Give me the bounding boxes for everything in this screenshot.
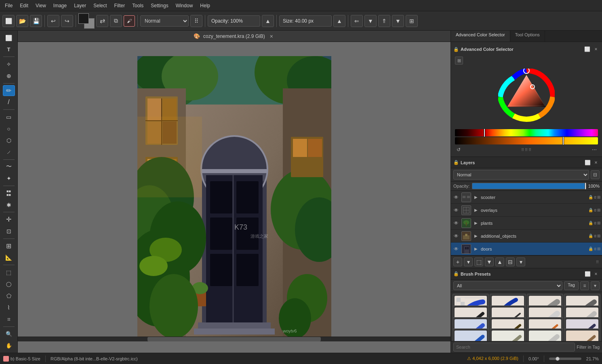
wrap-mode-button[interactable]: ⊞	[406, 15, 418, 27]
tool-pan[interactable]: ✋	[3, 340, 15, 351]
menu-tools[interactable]: Tools	[129, 2, 147, 9]
tab-close-button[interactable]: ×	[268, 33, 275, 40]
add-layer-button[interactable]: +	[453, 257, 462, 266]
color-more-button[interactable]: ⋯	[591, 146, 598, 153]
layer-item-scooter[interactable]: 👁 ▶ scooter 🔒 α ⊞	[451, 191, 602, 204]
layer-visibility-additional[interactable]: 👁	[453, 232, 460, 240]
horizontal-scrollbar[interactable]	[18, 337, 450, 341]
tool-dynamic-brush[interactable]: ✦	[3, 173, 15, 184]
brush-maximize-button[interactable]: ⬜	[584, 270, 591, 278]
layer-lock-icon-2[interactable]: 🔒	[588, 208, 593, 212]
mirror-v-arrow[interactable]: ▼	[392, 15, 404, 27]
layer-expand-doors[interactable]: ▶	[473, 246, 479, 252]
foreground-color-swatch[interactable]	[78, 13, 89, 24]
layer-lock-icon-3[interactable]: 🔒	[588, 221, 593, 225]
brush-search-input[interactable]	[453, 343, 575, 351]
menu-view[interactable]: View	[32, 2, 49, 9]
layers-maximize-button[interactable]: ⬜	[584, 159, 591, 166]
layer-item-additional-objects[interactable]: 👁 ▶ additional_objects 🔒 α ⊞	[451, 230, 602, 243]
menu-image[interactable]: Image	[50, 2, 70, 9]
brush-item-16[interactable]	[564, 328, 600, 341]
open-doc-button[interactable]: 📂	[16, 15, 28, 27]
mirror-v-button[interactable]: ⇑	[378, 15, 390, 27]
color-panel-maximize[interactable]: ⬜	[583, 46, 591, 53]
layer-alpha-icon-5[interactable]: α	[594, 247, 596, 251]
layer-settings-button[interactable]: ⊟	[506, 257, 515, 266]
brush-more-button[interactable]: ▾	[591, 281, 600, 290]
tool-ellipse[interactable]: ○	[3, 123, 15, 134]
layer-item-doors[interactable]: 👁 ▶ doors 🔒 α ⊞	[451, 243, 602, 255]
brush-list-view-button[interactable]: ≡	[580, 281, 589, 290]
canvas-image[interactable]: K73 游戏之家 woytv6	[137, 56, 331, 339]
tool-text[interactable]: T	[3, 44, 15, 55]
zoom-slider[interactable]	[549, 358, 581, 360]
move-layer-up-button[interactable]: ▲	[495, 257, 504, 266]
layer-item-overlays[interactable]: 👁 ▶ overlays 🔒 α ⊞	[451, 204, 602, 217]
color-panel-close[interactable]: ×	[592, 46, 600, 53]
menu-settings[interactable]: Settings	[147, 2, 171, 9]
tool-crop[interactable]: ⊡	[3, 226, 15, 236]
brush-item-13[interactable]	[453, 328, 489, 341]
brush-close-button[interactable]: ×	[592, 270, 600, 278]
layer-more-icon-4[interactable]: ⊞	[597, 234, 600, 238]
mirror-h-arrow[interactable]: ▼	[364, 15, 377, 27]
add-layer-type-button[interactable]: ▾	[464, 257, 473, 266]
layer-more-icon[interactable]: ⊞	[597, 195, 600, 199]
save-doc-button[interactable]: 💾	[30, 15, 42, 27]
layer-expand-plants[interactable]: ▶	[473, 220, 479, 226]
layer-lock-icon-5[interactable]: 🔒	[588, 247, 593, 251]
color-wheel[interactable]	[498, 69, 555, 125]
layer-expand-additional[interactable]: ▶	[473, 233, 479, 239]
menu-file[interactable]: File	[2, 2, 16, 9]
layer-visibility-scooter[interactable]: 👁	[453, 194, 460, 201]
tool-line[interactable]: /	[3, 97, 15, 108]
layer-alpha-icon[interactable]: α	[594, 195, 596, 199]
tool-freehand-select[interactable]: ⟡	[3, 59, 15, 69]
layers-blend-mode-select[interactable]: Normal	[453, 170, 589, 180]
menu-help[interactable]: Help	[197, 2, 213, 9]
brush-preset-button[interactable]: 🖌	[124, 15, 135, 27]
tool-smart-patch[interactable]: ✱	[3, 199, 15, 210]
opacity-slider[interactable]	[472, 183, 587, 189]
tool-rect-select[interactable]: ⬚	[3, 267, 15, 278]
layer-alpha-icon-3[interactable]: α	[594, 221, 596, 225]
tool-rectangle[interactable]: ▭	[3, 111, 15, 122]
tool-bezier-select[interactable]: ⌇	[3, 302, 15, 313]
layer-visibility-doors[interactable]: 👁	[453, 245, 460, 253]
color-refresh-button[interactable]: ↺	[455, 146, 462, 153]
brush-settings-button[interactable]: ⠿	[190, 15, 202, 27]
brush-item-14[interactable]	[490, 328, 526, 341]
layers-close-button[interactable]: ×	[592, 159, 600, 166]
tool-polyline[interactable]: ⟋	[3, 147, 15, 158]
layer-visibility-plants[interactable]: 👁	[453, 220, 460, 227]
layer-more-button[interactable]: ▾	[516, 257, 525, 266]
saturation-slider[interactable]	[455, 137, 598, 144]
tool-measure[interactable]: 📐	[3, 252, 15, 263]
tool-zoom[interactable]: 🔍	[3, 328, 15, 339]
layer-visibility-overlays[interactable]: 👁	[453, 207, 460, 214]
menu-select[interactable]: Select	[90, 2, 110, 9]
opacity-inc-button[interactable]: ▲	[262, 15, 274, 27]
size-inc-button[interactable]: ▲	[333, 15, 345, 27]
menu-layer[interactable]: Layer	[71, 2, 89, 9]
tab-tool-options[interactable]: Tool Options	[510, 31, 545, 42]
undo-button[interactable]: ↩	[47, 15, 59, 27]
tool-color-selector[interactable]: ■■■■	[3, 188, 15, 199]
new-doc-button[interactable]: ⬜	[2, 15, 15, 27]
tool-move[interactable]: ✛	[3, 214, 15, 225]
layer-expand-scooter[interactable]: ▶	[473, 194, 479, 201]
menu-edit[interactable]: Edit	[17, 2, 32, 9]
tool-polygon[interactable]: ⬡	[3, 135, 15, 146]
mirror-h-button[interactable]: ⇐	[351, 15, 363, 27]
layer-alpha-icon-2[interactable]: α	[594, 208, 596, 212]
tool-contiguous-select[interactable]: ⊕	[3, 71, 15, 82]
tool-transform[interactable]: ⬜	[3, 32, 15, 43]
color-swap-button[interactable]: ⇄	[96, 15, 108, 27]
layer-alpha-icon-4[interactable]: α	[594, 234, 596, 238]
tool-freehand-path[interactable]: 〜	[3, 161, 15, 172]
layer-item-plants[interactable]: 👁 ▶ plants 🔒 α ⊞	[451, 217, 602, 230]
layer-expand-overlays[interactable]: ▶	[473, 207, 479, 213]
tool-polygon-select[interactable]: ⬠	[3, 290, 15, 301]
layer-more-icon-2[interactable]: ⊞	[597, 208, 600, 212]
layer-lock-icon[interactable]: 🔒	[588, 195, 593, 199]
